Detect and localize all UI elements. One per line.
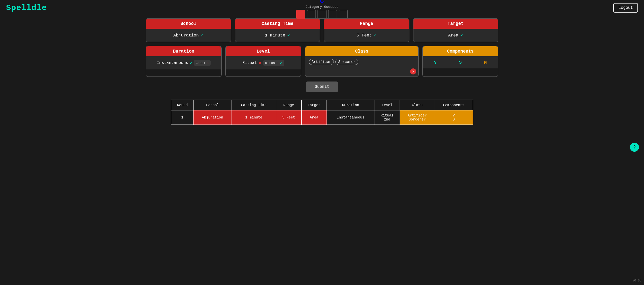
- category-guesses-label: Category Guesses: [306, 5, 339, 9]
- duration-checkmark: ✓: [190, 60, 192, 66]
- guess-boxes: [296, 10, 348, 19]
- submit-button[interactable]: Submit: [306, 82, 338, 92]
- casting-time-checkmark: ✓: [287, 33, 290, 38]
- cell-components: VS: [435, 110, 473, 125]
- results-table-wrap: Round School Casting Time Range Target D…: [171, 100, 473, 125]
- guess-box-3: [317, 10, 327, 19]
- logout-button[interactable]: Logout: [613, 3, 638, 13]
- duration-filter-header: Duration: [146, 46, 221, 56]
- class-filter-header: Class: [305, 46, 418, 56]
- guess-box-1: [296, 10, 305, 19]
- main-content: School Abjuration ✓ Casting Time 1 minut…: [0, 16, 644, 133]
- col-header-components: Components: [435, 100, 473, 110]
- ritual-check: ✓: [280, 60, 282, 66]
- conc-box: Conc: ✕: [194, 60, 211, 66]
- guess-box-5: [339, 10, 348, 19]
- cell-casting-time: 1 minute: [232, 110, 276, 125]
- table-row: 1 Abjuration 1 minute 5 Feet Area Instan…: [171, 110, 473, 125]
- level-cross: ✕: [259, 60, 261, 65]
- app-logo: Spelldle: [6, 3, 47, 13]
- school-filter-card: School Abjuration ✓: [146, 18, 231, 42]
- components-filter-body: V S M: [423, 56, 498, 68]
- version-label: v0.6b: [632, 279, 641, 282]
- header: Spelldle c Category Guesses Logout: [0, 0, 644, 16]
- cell-round: 1: [171, 110, 194, 125]
- col-header-casting-time: Casting Time: [232, 100, 276, 110]
- target-filter-header: Target: [413, 19, 498, 29]
- range-filter-card: Range 5 Feet ✓: [324, 18, 409, 42]
- filter-row-2: Duration Instantaneous ✓ Conc: ✕ Level R…: [146, 46, 498, 77]
- results-table: Round School Casting Time Range Target D…: [171, 100, 473, 125]
- component-m[interactable]: M: [473, 56, 498, 68]
- school-checkmark: ✓: [201, 33, 204, 38]
- components-filter-card: Components V S M: [422, 46, 498, 77]
- target-filter-card: Target Area ✓: [413, 18, 499, 42]
- cell-duration: Instantaneous: [327, 110, 374, 125]
- target-filter-body: Area ✓: [413, 29, 498, 42]
- duration-filter-card: Duration Instantaneous ✓ Conc: ✕: [146, 46, 222, 77]
- col-header-target: Target: [301, 100, 327, 110]
- col-header-level: Level: [374, 100, 400, 110]
- cell-range: 5 Feet: [276, 110, 301, 125]
- duration-filter-body: Instantaneous ✓ Conc: ✕: [146, 56, 221, 69]
- ritual-box: Ritual: ✓: [263, 60, 284, 66]
- table-header-row: Round School Casting Time Range Target D…: [171, 100, 473, 110]
- filter-row-1: School Abjuration ✓ Casting Time 1 minut…: [146, 18, 498, 42]
- level-filter-header: Level: [226, 46, 301, 56]
- guess-box-4: [328, 10, 337, 19]
- class-filter-card: Class Artificer Sorcerer ✕: [305, 46, 419, 77]
- guess-box-2: [307, 10, 316, 19]
- class-tag-artificer[interactable]: Artificer: [309, 59, 334, 65]
- class-tag-sorcerer[interactable]: Sorcerer: [335, 59, 358, 65]
- range-filter-header: Range: [324, 19, 409, 29]
- casting-time-filter-header: Casting Time: [235, 19, 320, 29]
- cell-class: ArtificerSorcerer: [400, 110, 435, 125]
- col-header-round: Round: [171, 100, 194, 110]
- range-filter-body: 5 Feet ✓: [324, 29, 409, 42]
- school-filter-header: School: [146, 19, 231, 29]
- cell-target: Area: [301, 110, 327, 125]
- component-v[interactable]: V: [423, 56, 448, 68]
- school-filter-body: Abjuration ✓: [146, 29, 231, 42]
- help-button[interactable]: ?: [630, 143, 639, 152]
- level-filter-card: Level Ritual ✕ Ritual: ✓: [225, 46, 301, 77]
- col-header-class: Class: [400, 100, 435, 110]
- component-s[interactable]: S: [448, 56, 473, 68]
- range-checkmark: ✓: [374, 33, 377, 38]
- cell-level: Ritual2nd: [374, 110, 400, 125]
- col-header-school: School: [194, 100, 232, 110]
- col-header-range: Range: [276, 100, 301, 110]
- header-center: c Category Guesses: [296, 0, 348, 19]
- level-filter-body: Ritual ✕ Ritual: ✓: [226, 56, 301, 69]
- remove-class-button[interactable]: ✕: [410, 68, 416, 74]
- components-filter-header: Components: [423, 46, 498, 56]
- target-checkmark: ✓: [460, 33, 463, 38]
- cell-school: Abjuration: [194, 110, 232, 125]
- conc-cross: ✕: [206, 60, 209, 65]
- casting-time-filter-body: 1 minute ✓: [235, 29, 320, 42]
- class-filter-body: Artificer Sorcerer ✕: [305, 56, 418, 76]
- col-header-duration: Duration: [327, 100, 374, 110]
- header-letter: c: [320, 0, 324, 5]
- casting-time-filter-card: Casting Time 1 minute ✓: [235, 18, 320, 42]
